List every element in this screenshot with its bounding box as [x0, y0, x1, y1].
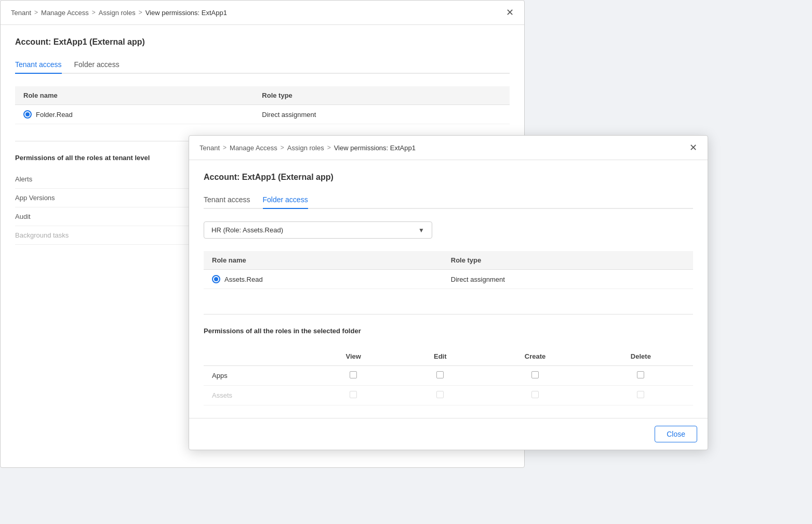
close-button[interactable]: Close [655, 426, 697, 442]
perm-assets-delete [589, 386, 693, 405]
folder-dropdown-wrapper: HR (Role: Assets.Read) ▼ [204, 221, 693, 239]
checkbox-assets-edit[interactable] [436, 391, 444, 398]
checkbox-assets-delete[interactable] [637, 391, 644, 398]
crumb-manage-access[interactable]: Manage Access [41, 9, 89, 17]
tab-tenant-access-back[interactable]: Tenant access [15, 56, 62, 74]
tab-tenant-access-front[interactable]: Tenant access [204, 191, 250, 209]
permission-row-label-assets: Assets [204, 386, 308, 405]
permission-row-label-apps: Apps [204, 366, 308, 386]
front-breadcrumb: Tenant > Manage Access > Assign roles > … [189, 136, 708, 160]
crumb-view-permissions: View permissions: ExtApp1 [145, 9, 227, 17]
front-dialog-body: Account: ExtApp1 (External app) Tenant a… [189, 160, 708, 418]
table-row: Apps [204, 366, 693, 386]
front-crumb-assign-roles[interactable]: Assign roles [287, 144, 324, 152]
crumb-sep-3: > [139, 9, 142, 16]
back-breadcrumb: Tenant > Manage Access > Assign roles > … [1, 1, 524, 25]
front-crumb-tenant[interactable]: Tenant [199, 144, 220, 152]
front-account-title: Account: ExtApp1 (External app) [204, 173, 693, 182]
back-role-name-value: Folder.Read [36, 111, 73, 119]
checkbox-assets-view[interactable] [350, 391, 357, 398]
checkbox-assets-create[interactable] [531, 391, 539, 398]
col-view: View [308, 347, 398, 366]
chevron-down-icon: ▼ [418, 227, 424, 234]
front-role-name-cell: Assets.Read [204, 270, 443, 289]
permissions-grid: View Edit Create Delete Apps [204, 347, 693, 405]
back-col-role-name: Role name [15, 86, 254, 105]
front-crumb-manage-access[interactable]: Manage Access [230, 144, 277, 152]
tab-folder-access-back[interactable]: Folder access [74, 56, 119, 74]
front-role-type-cell: Direct assignment [443, 270, 693, 289]
table-row: Folder.Read Direct assignment [15, 105, 510, 124]
back-account-title: Account: ExtApp1 (External app) [15, 37, 510, 47]
col-edit: Edit [398, 347, 482, 366]
perm-apps-view [308, 366, 398, 386]
tab-folder-access-front[interactable]: Folder access [263, 191, 308, 209]
back-tabs: Tenant access Folder access [15, 56, 510, 74]
front-crumb-sep-3: > [327, 144, 331, 151]
col-delete: Delete [589, 347, 693, 366]
front-role-name-value: Assets.Read [224, 276, 263, 283]
perm-assets-create [482, 386, 588, 405]
checkbox-apps-edit[interactable] [436, 371, 444, 378]
table-row: Assets [204, 386, 693, 405]
back-role-name-cell: Folder.Read [15, 105, 254, 124]
folder-dropdown[interactable]: HR (Role: Assets.Read) ▼ [204, 221, 432, 239]
front-col-role-name: Role name [204, 251, 443, 270]
radio-icon-back[interactable] [23, 110, 32, 119]
col-permission-name [204, 347, 308, 366]
perm-assets-view [308, 386, 398, 405]
crumb-assign-roles[interactable]: Assign roles [99, 9, 136, 17]
checkbox-apps-view[interactable] [350, 371, 357, 378]
perm-apps-edit [398, 366, 482, 386]
crumb-tenant[interactable]: Tenant [11, 9, 31, 17]
back-close-icon[interactable]: ✕ [506, 8, 514, 17]
radio-icon-front[interactable] [212, 275, 220, 283]
front-role-table: Role name Role type Assets.Read Direct a… [204, 251, 693, 289]
crumb-sep-1: > [34, 9, 38, 16]
back-role-table: Role name Role type Folder.Read Direct a… [15, 86, 510, 124]
front-dialog-footer: Close [189, 418, 708, 450]
checkbox-apps-delete[interactable] [637, 371, 644, 378]
back-col-role-type: Role type [254, 86, 510, 105]
perm-apps-create [482, 366, 588, 386]
crumb-sep-2: > [92, 9, 96, 16]
front-crumb-sep-1: > [223, 144, 227, 151]
front-crumb-view-permissions: View permissions: ExtApp1 [334, 144, 416, 152]
front-permissions-title: Permissions of all the roles in the sele… [204, 327, 693, 335]
perm-assets-edit [398, 386, 482, 405]
front-col-role-type: Role type [443, 251, 693, 270]
back-role-type-cell: Direct assignment [254, 105, 510, 124]
col-create: Create [482, 347, 588, 366]
table-row: Assets.Read Direct assignment [204, 270, 693, 289]
front-close-icon[interactable]: ✕ [689, 143, 697, 152]
dropdown-value: HR (Role: Assets.Read) [211, 226, 283, 234]
perm-apps-delete [589, 366, 693, 386]
front-tabs: Tenant access Folder access [204, 191, 693, 209]
front-crumb-sep-2: > [281, 144, 284, 151]
checkbox-apps-create[interactable] [531, 371, 539, 378]
foreground-dialog: Tenant > Manage Access > Assign roles > … [189, 135, 708, 450]
